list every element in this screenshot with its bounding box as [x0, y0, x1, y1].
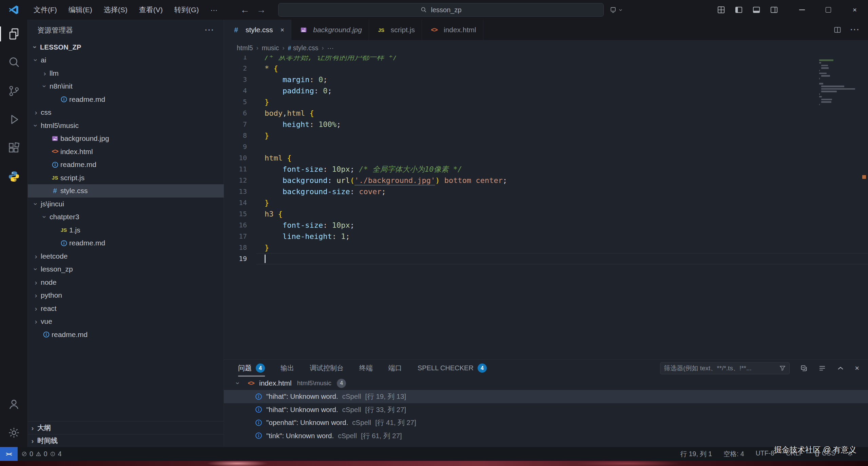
problems-filter[interactable] [660, 362, 790, 374]
customize-layout-icon[interactable] [717, 5, 726, 14]
code-line[interactable]: 2* { [224, 63, 868, 74]
tree-item-readme.md[interactable]: readme.md [28, 158, 224, 171]
tree-item-python[interactable]: ›python [28, 289, 224, 302]
code-line[interactable]: 19 [224, 253, 868, 264]
tree-item-leetcode[interactable]: ›leetcode [28, 250, 224, 263]
run-debug-icon[interactable] [0, 105, 28, 134]
code-editor[interactable]: 1/* 从零开始, 让所有的用户都一样 */2* {3 margin: 0;4 … [224, 56, 868, 359]
code-line[interactable]: 4 padding: 0; [224, 85, 868, 96]
settings-gear-icon[interactable] [0, 418, 28, 447]
problem-row[interactable]: "tink": Unknown word.cSpell[行 61, 列 27] [224, 429, 868, 443]
search-sidebar-icon[interactable] [0, 48, 28, 77]
problem-row[interactable]: "hihat": Unknown word.cSpell[行 33, 列 27] [224, 403, 868, 416]
account-icon[interactable] [0, 390, 28, 418]
code-line[interactable]: 3 margin: 0; [224, 74, 868, 85]
menu-item[interactable]: 转到(G) [169, 0, 205, 20]
tree-item-readme.md[interactable]: readme.md [28, 328, 224, 341]
minimap[interactable] [819, 58, 854, 109]
explorer-icon[interactable] [0, 20, 28, 48]
problem-row[interactable]: "hihat": Unknown word.cSpell[行 19, 列 13] [224, 390, 868, 403]
filter-icon[interactable] [779, 365, 786, 372]
problem-row[interactable]: "openhat": Unknown word.cSpell[行 41, 列 2… [224, 416, 868, 429]
breadcrumb-item[interactable]: html5 [237, 44, 253, 52]
tree-item-index.html[interactable]: <>index.html [28, 145, 224, 159]
maximize-panel-icon[interactable] [836, 364, 845, 372]
code-line[interactable]: 12 background: url('./background.jpg') b… [224, 175, 868, 186]
remote-indicator-icon[interactable]: >< [0, 447, 18, 461]
code-line[interactable]: 15h3 { [224, 208, 868, 220]
maximize-button[interactable] [815, 0, 842, 20]
tree-item-node[interactable]: ›node [28, 276, 224, 289]
tree-item-lesson_zp[interactable]: ›lesson_zp [28, 263, 224, 276]
tree-item-vue[interactable]: ›vue [28, 315, 224, 328]
panel-tab-调试控制台[interactable]: 调试控制台 [310, 360, 344, 376]
menu-item[interactable]: 编辑(E) [63, 0, 98, 20]
code-line[interactable]: 9 [224, 141, 868, 152]
code-line[interactable]: 5} [224, 96, 868, 108]
tree-item-llm[interactable]: ›llm [28, 67, 224, 80]
tree-item-js\jincui[interactable]: ›js\jincui [28, 198, 224, 211]
open-remote-window-icon[interactable] [610, 4, 623, 16]
source-control-icon[interactable] [0, 77, 28, 105]
toggle-panel-icon[interactable] [752, 5, 761, 14]
split-editor-icon[interactable] [833, 26, 842, 34]
toggle-secondary-sidebar-icon[interactable] [770, 5, 778, 14]
tree-item-n8n\init[interactable]: ›n8n\init [28, 80, 224, 93]
more-actions-icon[interactable]: ··· [205, 26, 214, 35]
minimize-button[interactable] [789, 0, 815, 20]
view-as-table-icon[interactable] [818, 364, 826, 372]
tree-item-background.jpg[interactable]: background.jpg [28, 132, 224, 145]
code-line[interactable]: 1/* 从零开始, 让所有的用户都一样 */ [224, 56, 868, 63]
editor-tab-style.css[interactable]: #style.css× [224, 20, 291, 40]
python-extension-icon[interactable] [0, 162, 28, 191]
panel-tab-终端[interactable]: 终端 [359, 360, 373, 376]
menu-item[interactable]: 选择(S) [98, 0, 133, 20]
panel-tab-端口[interactable]: 端口 [388, 360, 402, 376]
code-line[interactable]: 18} [224, 242, 868, 253]
menu-item[interactable]: 文件(F) [28, 0, 63, 20]
code-line[interactable]: 10html { [224, 152, 868, 164]
tree-item-css[interactable]: ›css [28, 106, 224, 119]
close-tab-icon[interactable]: × [281, 26, 285, 34]
editor-tab-background.jpg[interactable]: background.jpg [291, 20, 369, 40]
close-window-button[interactable]: × [842, 0, 868, 20]
navigate-back-icon[interactable]: ← [237, 0, 252, 20]
sidebar-section-大纲[interactable]: ›大纲 [28, 421, 224, 434]
code-line[interactable]: 17 line-height: 1; [224, 231, 868, 242]
problems-filter-input[interactable] [664, 365, 776, 372]
code-line[interactable]: 13 background-size: cover; [224, 186, 868, 197]
tree-item-chatpter3[interactable]: ›chatpter3 [28, 210, 224, 224]
navigate-forward-icon[interactable]: → [254, 0, 269, 20]
editor-tab-script.js[interactable]: JSscript.js [369, 20, 422, 40]
problem-file-group[interactable]: ›<>index.htmlhtml5\music4 [224, 376, 868, 390]
code-line[interactable]: 14} [224, 197, 868, 208]
status-indentation[interactable]: 空格: 4 [718, 449, 750, 459]
command-center-search[interactable]: lesson_zp [278, 3, 604, 17]
code-line[interactable]: 6body,html { [224, 108, 868, 119]
editor-tab-index.html[interactable]: <>index.html [422, 20, 483, 40]
tree-item-html5\music[interactable]: ›html5\music [28, 119, 224, 132]
tree-item-script.js[interactable]: JSscript.js [28, 171, 224, 185]
menu-item[interactable]: 查看(V) [133, 0, 169, 20]
collapse-all-icon[interactable] [800, 364, 808, 372]
code-line[interactable]: 8} [224, 130, 868, 141]
code-line[interactable]: 7 height: 100%; [224, 119, 868, 130]
status-cursor-position[interactable]: 行 19, 列 1 [675, 449, 718, 459]
breadcrumb-item[interactable]: # style.css [288, 44, 319, 52]
code-line[interactable]: 11 font-size: 10px; /* 全局字体大小为10像素 */ [224, 164, 868, 175]
toggle-primary-sidebar-icon[interactable] [734, 5, 743, 14]
close-panel-icon[interactable]: × [855, 364, 859, 373]
panel-tab-SPELL CHECKER[interactable]: SPELL CHECKER4 [418, 360, 487, 376]
menu-item[interactable]: ··· [205, 0, 223, 20]
panel-tab-输出[interactable]: 输出 [281, 360, 294, 376]
tree-item-readme.md[interactable]: readme.md [28, 93, 224, 106]
extensions-icon[interactable] [0, 134, 28, 162]
workspace-section-header[interactable]: › LESSON_ZP [28, 41, 224, 54]
breadcrumb-item[interactable]: music [262, 44, 279, 52]
tree-item-readme.md[interactable]: readme.md [28, 237, 224, 250]
more-actions-icon[interactable]: ··· [850, 25, 860, 34]
panel-tab-问题[interactable]: 问题4 [238, 360, 265, 376]
tree-item-style.css[interactable]: #style.css [28, 184, 224, 198]
sidebar-section-时间线[interactable]: ›时间线 [28, 434, 224, 447]
code-line[interactable]: 16 font-size: 10px; [224, 220, 868, 231]
